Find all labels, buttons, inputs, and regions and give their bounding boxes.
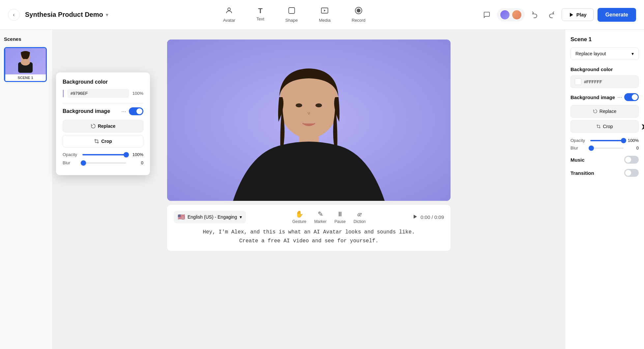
replace-layout-button[interactable]: Replace layout ▾ — [571, 47, 639, 60]
avatar-2 — [512, 10, 522, 20]
color-opacity-pct: 100% — [132, 91, 143, 96]
tool-text[interactable]: T Text — [252, 4, 268, 25]
script-tools: ✋ Gesture ✎ Marker ⏸ Pause æ Diction — [292, 210, 366, 224]
script-toolbar: 🇺🇸 English (US) - Engaging ▾ ✋ Gesture ✎… — [174, 210, 444, 224]
script-text[interactable]: Hey, I'm Alex, and this is what an AI Av… — [174, 228, 444, 246]
color-swatch[interactable] — [63, 90, 64, 97]
scenes-sidebar: Scenes SCENE 1 — [0, 30, 53, 349]
right-color-hex: #FFFFFF — [584, 79, 602, 84]
right-bg-image-row: Background image ··· — [571, 93, 639, 101]
svg-point-3 — [357, 9, 360, 12]
bg-image-controls: ··· — [121, 107, 143, 115]
right-opacity-section: Opacity 100% Blur 0 — [571, 138, 639, 150]
right-bg-color-title: Background color — [571, 67, 639, 72]
music-label: Music — [571, 157, 585, 163]
right-opacity-label: Opacity — [571, 138, 587, 143]
music-toggle[interactable] — [624, 156, 639, 164]
scene-header: Scene 1 — [571, 36, 639, 43]
redo-button[interactable] — [545, 9, 558, 21]
marker-icon: ✎ — [318, 210, 323, 218]
blur-label: Blur — [63, 160, 78, 165]
cursor-arrow-icon: ➤ — [641, 121, 644, 132]
opacity-row: Opacity 100% — [63, 152, 143, 157]
record-icon — [355, 7, 363, 16]
gesture-tool[interactable]: ✋ Gesture — [292, 210, 307, 224]
bg-image-label: Background image — [63, 108, 110, 114]
opacity-slider[interactable] — [82, 154, 126, 155]
scene-active-indicator — [4, 48, 5, 81]
tool-media[interactable]: Media — [315, 4, 334, 25]
pause-tool[interactable]: ⏸ Pause — [335, 210, 346, 224]
svg-point-12 — [315, 103, 322, 107]
right-color-field[interactable]: #FFFFFF — [571, 75, 639, 88]
right-bg-more-button[interactable]: ··· — [617, 94, 622, 101]
right-blur-slider[interactable] — [590, 148, 624, 149]
scene-thumbnail-img — [5, 48, 46, 74]
blur-value: 0 — [130, 160, 143, 165]
music-row: Music — [571, 156, 639, 164]
right-crop-button[interactable]: Crop ➤ — [571, 120, 639, 133]
flag-icon: 🇺🇸 — [178, 213, 185, 221]
navbar: ‹ Synthesia Product Demo ▾ Avatar T Text… — [0, 0, 644, 30]
undo-button[interactable] — [529, 9, 541, 21]
transition-row: Transition — [571, 169, 639, 177]
bg-image-more-button[interactable]: ··· — [121, 108, 126, 115]
shape-icon — [288, 7, 296, 16]
video-canvas[interactable] — [167, 40, 451, 201]
generate-button[interactable]: Generate — [598, 8, 636, 22]
back-button[interactable]: ‹ — [8, 9, 20, 21]
bg-color-title: Background color — [63, 79, 143, 85]
marker-tool[interactable]: ✎ Marker — [314, 210, 326, 224]
avatar-icon — [225, 7, 233, 16]
comment-button[interactable] — [481, 9, 493, 21]
svg-point-7 — [21, 59, 30, 66]
play-button[interactable]: Play — [562, 8, 594, 21]
title-chevron-icon: ▾ — [106, 12, 108, 17]
right-panel: Scene 1 Replace layout ▾ Background colo… — [565, 30, 644, 349]
text-icon: T — [258, 7, 262, 15]
main-layout: Scenes SCENE 1 Background color 100% — [0, 30, 644, 349]
right-blur-value: 0 — [627, 146, 639, 150]
floating-bg-panel: Background color 100% Background image ·… — [56, 72, 150, 175]
nav-right: Play Generate — [481, 8, 636, 22]
language-label: English (US) - Engaging — [188, 214, 237, 220]
play-preview-button[interactable] — [412, 214, 418, 221]
scene-1-thumb[interactable]: SCENE 1 — [4, 47, 47, 82]
tool-avatar[interactable]: Avatar — [219, 4, 239, 25]
transition-toggle[interactable] — [624, 169, 639, 177]
color-hex-input[interactable] — [67, 89, 129, 98]
nav-tools: Avatar T Text Shape Media — [113, 4, 475, 25]
tool-shape[interactable]: Shape — [281, 4, 302, 25]
right-bg-toggle[interactable] — [624, 93, 639, 101]
avatar-1 — [500, 10, 510, 20]
pause-icon: ⏸ — [337, 210, 343, 218]
gesture-icon: ✋ — [295, 210, 304, 218]
bg-image-row: Background image ··· — [63, 107, 143, 115]
right-opacity-row: Opacity 100% — [571, 138, 639, 143]
crop-button[interactable]: Crop — [63, 135, 143, 148]
right-bg-image-title: Background image — [571, 94, 615, 100]
svg-point-11 — [296, 103, 302, 107]
replace-button[interactable]: Replace — [63, 120, 143, 132]
scenes-title: Scenes — [4, 36, 48, 42]
right-opacity-slider[interactable] — [590, 140, 624, 141]
project-title[interactable]: Synthesia Product Demo ▾ — [25, 11, 108, 18]
tool-record[interactable]: Record — [348, 4, 369, 25]
diction-icon: æ — [358, 210, 362, 218]
language-selector[interactable]: 🇺🇸 English (US) - Engaging ▾ — [174, 211, 246, 223]
blur-row: Blur 0 — [63, 160, 143, 165]
diction-tool[interactable]: æ Diction — [354, 210, 366, 224]
transition-label: Transition — [571, 170, 594, 176]
right-blur-label: Blur — [571, 146, 587, 150]
opacity-label: Opacity — [63, 152, 78, 157]
right-replace-button[interactable]: Replace — [571, 105, 639, 118]
bg-image-toggle[interactable] — [129, 107, 143, 115]
white-color-swatch — [575, 78, 581, 85]
svg-rect-1 — [289, 8, 295, 13]
collaborators — [497, 8, 525, 21]
language-chevron-icon: ▾ — [240, 214, 242, 220]
blur-slider[interactable] — [82, 162, 126, 164]
script-bar: 🇺🇸 English (US) - Engaging ▾ ✋ Gesture ✎… — [167, 205, 451, 251]
scene-1-label: SCENE 1 — [5, 74, 46, 81]
media-icon — [321, 7, 329, 16]
